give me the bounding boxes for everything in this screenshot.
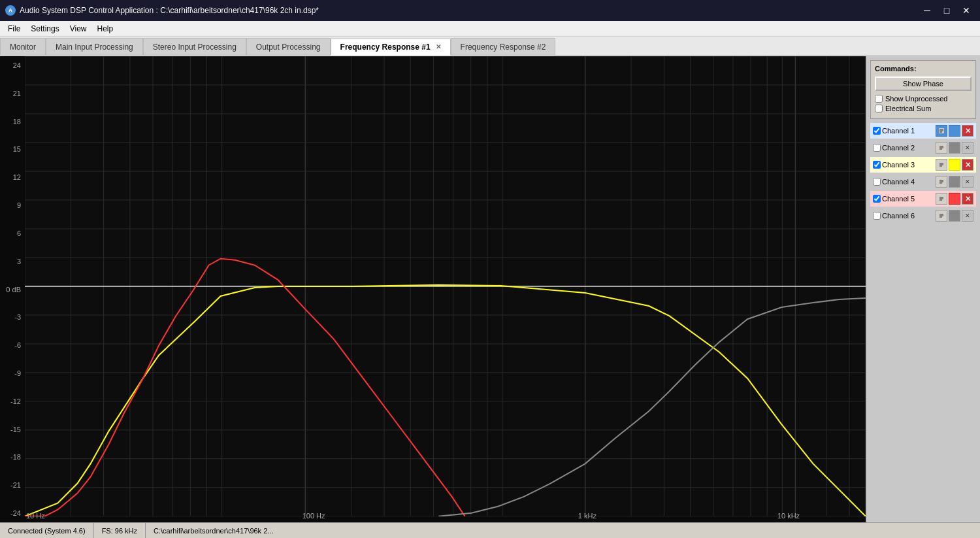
menu-help[interactable]: Help	[92, 23, 119, 35]
y-label-6: 6	[1, 229, 24, 237]
channel2-checkbox[interactable]	[873, 144, 881, 152]
tab-freq2[interactable]: Frequency Response #2	[451, 38, 556, 55]
y-axis: 24 21 18 15 12 9 6 3 0 dB -3 -6 -9 -12 -…	[0, 56, 25, 522]
y-label-neg21: -21	[1, 481, 24, 489]
y-label-24: 24	[1, 61, 24, 69]
title-bar-left: A Audio System DSP Control Application :…	[5, 5, 319, 16]
title-bar: A Audio System DSP Control Application :…	[0, 0, 980, 21]
channel1-checkbox[interactable]	[873, 127, 881, 135]
maximize-button[interactable]: □	[938, 2, 955, 19]
channel5-label: Channel 5	[882, 195, 934, 203]
channels-list: Channel 1 ✕ Channel 2 ✕ Channe	[870, 123, 976, 225]
tab-bar: Monitor Main Input Processing Stereo Inp…	[0, 37, 980, 56]
channel6-edit-icon[interactable]	[936, 210, 947, 222]
channel2-item: Channel 2 ✕	[870, 140, 976, 156]
y-label-12: 12	[1, 173, 24, 181]
channel2-label: Channel 2	[882, 144, 934, 152]
channel4-label: Channel 4	[882, 178, 934, 186]
channel3-checkbox[interactable]	[873, 161, 881, 169]
channel3-edit-icon[interactable]	[936, 159, 947, 171]
y-label-neg18: -18	[1, 453, 24, 461]
electrical-sum-label: Electrical Sum	[885, 105, 931, 112]
channel1-label: Channel 1	[882, 127, 934, 135]
channel3-label: Channel 3	[882, 161, 934, 169]
x-label-1khz: 1 kHz	[578, 512, 596, 520]
channel5-color-icon[interactable]	[949, 193, 960, 205]
frequency-chart	[25, 56, 866, 516]
status-samplerate: FS: 96 kHz	[94, 523, 146, 538]
y-label-neg6: -6	[1, 341, 24, 349]
close-button[interactable]: ✕	[958, 2, 975, 19]
y-label-neg3: -3	[1, 313, 24, 321]
tab-monitor[interactable]: Monitor	[0, 38, 46, 55]
y-label-18: 18	[1, 118, 24, 126]
y-label-3: 3	[1, 258, 24, 265]
channel3-delete-icon[interactable]: ✕	[962, 159, 973, 171]
tab-freq1-close[interactable]: ✕	[436, 43, 441, 50]
channel4-delete-icon[interactable]: ✕	[962, 176, 973, 188]
menu-settings[interactable]: Settings	[25, 23, 64, 35]
channel1-color-icon[interactable]	[949, 125, 960, 137]
chart-area: 24 21 18 15 12 9 6 3 0 dB -3 -6 -9 -12 -…	[0, 56, 866, 522]
electrical-sum-checkbox[interactable]	[875, 105, 883, 112]
x-axis: 10 Hz 100 Hz 1 kHz 10 kHz	[25, 509, 866, 522]
show-unprocessed-checkbox[interactable]	[875, 95, 883, 103]
channel6-checkbox[interactable]	[873, 212, 881, 220]
minimize-button[interactable]: ─	[919, 2, 936, 19]
tab-main-input[interactable]: Main Input Processing	[46, 38, 143, 55]
channel5-delete-icon[interactable]: ✕	[962, 193, 973, 205]
channel4-item: Channel 4 ✕	[870, 174, 976, 190]
channel2-edit-icon[interactable]	[936, 142, 947, 154]
x-label-100hz: 100 Hz	[302, 512, 325, 520]
channel4-edit-icon[interactable]	[936, 176, 947, 188]
show-unprocessed-label: Show Unprocessed	[885, 95, 947, 103]
channel2-delete-icon[interactable]: ✕	[962, 142, 973, 154]
tab-output[interactable]: Output Processing	[246, 38, 331, 55]
y-label-9: 9	[1, 201, 24, 209]
channel5-item: Channel 5 ✕	[870, 191, 976, 207]
electrical-sum-row[interactable]: Electrical Sum	[875, 105, 972, 112]
channel6-label: Channel 6	[882, 212, 934, 220]
x-label-10khz: 10 kHz	[777, 512, 800, 520]
channel1-delete-icon[interactable]: ✕	[962, 125, 973, 137]
channel3-item: Channel 3 ✕	[870, 157, 976, 173]
y-label-neg24: -24	[1, 509, 24, 517]
y-label-0db: 0 dB	[1, 286, 24, 294]
channel4-color-icon[interactable]	[949, 176, 960, 188]
channel6-color-icon[interactable]	[949, 210, 960, 222]
menu-file[interactable]: File	[3, 23, 25, 35]
tab-freq1[interactable]: Frequency Response #1 ✕	[331, 39, 451, 56]
right-panel: Commands: Show Phase Show Unprocessed El…	[866, 56, 980, 522]
status-connected: Connected (System 4.6)	[0, 523, 94, 538]
y-label-neg15: -15	[1, 426, 24, 433]
channel5-checkbox[interactable]	[873, 195, 881, 203]
x-label-10hz: 10 Hz	[26, 512, 45, 520]
channel1-edit-icon[interactable]	[936, 125, 947, 137]
title-bar-text: Audio System DSP Control Application : C…	[20, 6, 319, 15]
tab-stereo-input[interactable]: Stereo Input Processing	[143, 38, 246, 55]
channel6-delete-icon[interactable]: ✕	[962, 210, 973, 222]
title-bar-controls[interactable]: ─ □ ✕	[919, 2, 975, 19]
channel3-color-icon[interactable]	[949, 159, 960, 171]
main-content: 24 21 18 15 12 9 6 3 0 dB -3 -6 -9 -12 -…	[0, 56, 980, 522]
commands-section: Commands: Show Phase Show Unprocessed El…	[870, 60, 976, 119]
menu-bar: File Settings View Help	[0, 21, 980, 37]
channel6-item: Channel 6 ✕	[870, 208, 976, 224]
channel1-item: Channel 1 ✕	[870, 123, 976, 139]
y-label-neg12: -12	[1, 397, 24, 405]
y-label-15: 15	[1, 145, 24, 153]
app-icon: A	[5, 5, 16, 16]
y-label-21: 21	[1, 90, 24, 97]
channel5-edit-icon[interactable]	[936, 193, 947, 205]
channel2-color-icon[interactable]	[949, 142, 960, 154]
show-unprocessed-row[interactable]: Show Unprocessed	[875, 95, 972, 103]
status-filepath: C:\carhifi\arbeitsordner\ch417\96k 2...	[146, 523, 281, 538]
channel4-checkbox[interactable]	[873, 178, 881, 186]
status-bar: Connected (System 4.6) FS: 96 kHz C:\car…	[0, 522, 980, 538]
y-label-neg9: -9	[1, 369, 24, 377]
menu-view[interactable]: View	[65, 23, 92, 35]
commands-title: Commands:	[875, 65, 972, 73]
show-phase-button[interactable]: Show Phase	[875, 76, 972, 91]
